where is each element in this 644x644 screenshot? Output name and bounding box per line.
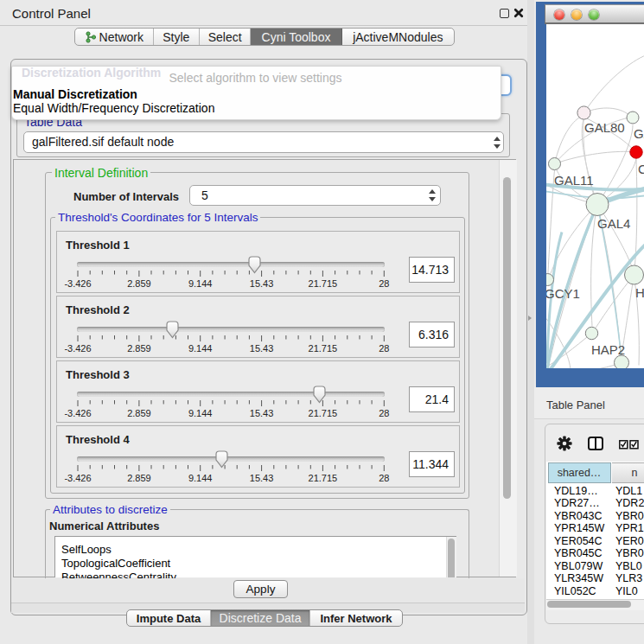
svg-text:GAL11: GAL11 bbox=[554, 172, 594, 187]
svg-text:GCY1: GCY1 bbox=[546, 285, 580, 300]
svg-text:HAP2: HAP2 bbox=[591, 341, 625, 356]
svg-text:GAL4: GAL4 bbox=[597, 215, 630, 230]
svg-text:H: H bbox=[635, 284, 644, 299]
svg-text:GA: GA bbox=[634, 125, 644, 140]
svg-text:C: C bbox=[638, 161, 644, 175]
svg-text:GAL80: GAL80 bbox=[584, 119, 625, 134]
